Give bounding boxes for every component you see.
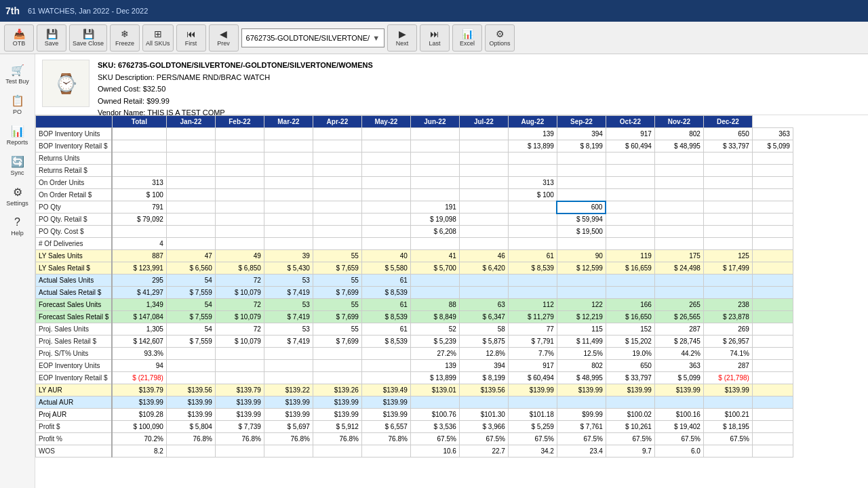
- table-cell[interactable]: [313, 152, 361, 165]
- table-cell[interactable]: $ 16,650: [606, 311, 654, 323]
- table-cell[interactable]: 41: [410, 250, 459, 262]
- table-cell[interactable]: 72: [215, 323, 264, 336]
- table-cell[interactable]: [361, 445, 410, 458]
- table-cell[interactable]: $ 5,239: [410, 336, 459, 348]
- table-cell[interactable]: $ 7,659: [313, 262, 361, 274]
- table-cell[interactable]: $109.28: [112, 409, 166, 421]
- table-cell[interactable]: [703, 287, 752, 299]
- header-apr22[interactable]: Apr-22: [313, 116, 361, 128]
- table-cell[interactable]: $ 7,419: [264, 287, 313, 299]
- sidebar-item-settings[interactable]: ⚙ Settings: [1, 182, 34, 211]
- table-cell[interactable]: $139.99: [215, 396, 264, 409]
- table-cell[interactable]: 238: [703, 299, 752, 311]
- table-cell[interactable]: $ 19,402: [654, 421, 703, 433]
- table-cell[interactable]: [166, 226, 215, 238]
- table-cell[interactable]: 63: [459, 299, 508, 311]
- table-cell[interactable]: [752, 152, 793, 165]
- table-cell[interactable]: [410, 128, 459, 140]
- table-cell[interactable]: 802: [557, 360, 606, 372]
- table-cell[interactable]: [112, 165, 166, 177]
- table-cell[interactable]: [508, 274, 557, 287]
- table-cell[interactable]: [264, 238, 313, 250]
- table-cell[interactable]: [752, 311, 793, 323]
- table-cell[interactable]: $ 5,259: [508, 421, 557, 433]
- table-cell[interactable]: [606, 177, 654, 189]
- table-cell[interactable]: 76.8%: [264, 433, 313, 445]
- table-cell[interactable]: $ 123,991: [112, 262, 166, 274]
- table-cell[interactable]: $ 100: [508, 189, 557, 201]
- options-button[interactable]: ⚙ Options: [485, 24, 515, 52]
- table-cell[interactable]: [703, 214, 752, 226]
- header-may22[interactable]: May-22: [361, 116, 410, 128]
- table-cell[interactable]: $ (21,798): [703, 372, 752, 384]
- table-cell[interactable]: 72: [215, 299, 264, 311]
- table-cell[interactable]: 287: [703, 360, 752, 372]
- table-cell[interactable]: 650: [606, 360, 654, 372]
- table-cell[interactable]: $ 26,957: [703, 336, 752, 348]
- table-cell[interactable]: $ 100,090: [112, 421, 166, 433]
- table-cell[interactable]: 61: [508, 250, 557, 262]
- table-cell[interactable]: [703, 201, 752, 214]
- table-cell[interactable]: $ 13,899: [410, 372, 459, 384]
- table-cell[interactable]: [264, 214, 313, 226]
- table-cell[interactable]: [361, 214, 410, 226]
- table-cell[interactable]: $ 15,202: [606, 336, 654, 348]
- table-cell[interactable]: 139: [508, 128, 557, 140]
- table-cell[interactable]: [166, 214, 215, 226]
- last-button[interactable]: ⏭ Last: [420, 24, 450, 52]
- table-cell[interactable]: $ 6,850: [215, 262, 264, 274]
- table-cell[interactable]: 58: [459, 323, 508, 336]
- table-cell[interactable]: $139.56: [459, 384, 508, 396]
- table-cell[interactable]: [313, 165, 361, 177]
- table-cell[interactable]: $ 17,499: [703, 262, 752, 274]
- table-cell[interactable]: [752, 348, 793, 360]
- table-cell[interactable]: 295: [112, 274, 166, 287]
- table-cell[interactable]: $139.99: [703, 384, 752, 396]
- table-cell[interactable]: [703, 177, 752, 189]
- table-cell[interactable]: [752, 177, 793, 189]
- table-cell[interactable]: $ 24,498: [654, 262, 703, 274]
- table-cell[interactable]: [264, 226, 313, 238]
- table-cell[interactable]: 119: [606, 250, 654, 262]
- table-cell[interactable]: $ 7,699: [313, 287, 361, 299]
- table-cell[interactable]: [215, 360, 264, 372]
- table-cell[interactable]: $ 6,557: [361, 421, 410, 433]
- table-cell[interactable]: [752, 336, 793, 348]
- table-cell[interactable]: $ 11,499: [557, 336, 606, 348]
- table-cell[interactable]: $ 5,697: [264, 421, 313, 433]
- table-cell[interactable]: [410, 165, 459, 177]
- table-cell[interactable]: [752, 274, 793, 287]
- table-cell[interactable]: [112, 128, 166, 140]
- table-cell[interactable]: [752, 226, 793, 238]
- table-cell[interactable]: [606, 274, 654, 287]
- table-cell[interactable]: 53: [264, 323, 313, 336]
- table-cell[interactable]: [557, 177, 606, 189]
- table-cell[interactable]: [361, 140, 410, 152]
- table-cell[interactable]: [264, 140, 313, 152]
- table-cell[interactable]: $100.76: [410, 409, 459, 421]
- table-cell[interactable]: $ 10,079: [215, 311, 264, 323]
- table-cell[interactable]: $139.99: [264, 396, 313, 409]
- table-cell[interactable]: $139.22: [264, 384, 313, 396]
- table-cell[interactable]: 1,305: [112, 323, 166, 336]
- otb-button[interactable]: 📥 OTB: [4, 24, 34, 52]
- table-cell[interactable]: 74.1%: [703, 348, 752, 360]
- table-cell[interactable]: 67.5%: [410, 433, 459, 445]
- save-close-button[interactable]: 💾 Save Close: [69, 24, 107, 52]
- table-cell[interactable]: $139.99: [508, 384, 557, 396]
- table-cell[interactable]: $ 18,195: [703, 421, 752, 433]
- table-cell[interactable]: 44.2%: [654, 348, 703, 360]
- header-mar22[interactable]: Mar-22: [264, 116, 313, 128]
- table-cell[interactable]: [752, 299, 793, 311]
- table-cell[interactable]: [215, 445, 264, 458]
- table-cell[interactable]: $ 7,419: [264, 311, 313, 323]
- table-cell[interactable]: [606, 152, 654, 165]
- table-cell[interactable]: [703, 238, 752, 250]
- table-cell[interactable]: [264, 152, 313, 165]
- table-cell[interactable]: [459, 226, 508, 238]
- table-cell[interactable]: [654, 238, 703, 250]
- table-cell[interactable]: $ 7,419: [264, 336, 313, 348]
- table-cell[interactable]: [166, 238, 215, 250]
- table-cell[interactable]: $ 5,580: [361, 262, 410, 274]
- table-cell[interactable]: [264, 165, 313, 177]
